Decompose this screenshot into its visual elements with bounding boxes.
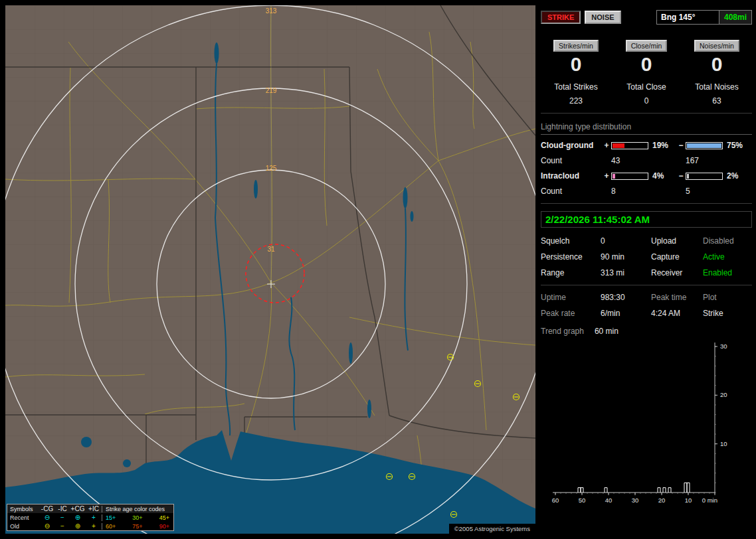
old-pos-cg-icon: ⊕: [70, 522, 86, 530]
age-15: 15+: [106, 514, 116, 521]
old-neg-ic-icon: −: [55, 522, 70, 530]
svg-text:50: 50: [579, 497, 586, 504]
total-noises-label: Total Noises: [682, 82, 752, 92]
col-pos-ic: +IC: [86, 505, 102, 512]
svg-text:20: 20: [658, 497, 666, 504]
divider: [541, 285, 752, 285]
receiver-status: Enabled: [703, 268, 752, 277]
old-pos-ic-icon: +: [86, 522, 102, 530]
minus-sign: −: [676, 141, 686, 150]
ring-label-125: 125: [266, 165, 277, 172]
close-per-min-button[interactable]: Close/min: [626, 40, 668, 52]
svg-text:10: 10: [685, 497, 692, 504]
strike-button[interactable]: STRIKE: [541, 11, 581, 24]
control-panel: STRIKE NOISE Bng 145° 408mi Strikes/min …: [541, 5, 752, 534]
capture-status: Active: [703, 252, 752, 262]
persistence-label: Persistence: [541, 252, 601, 262]
noises-per-min-value: 0: [682, 53, 752, 76]
cg-minus-gauge: [686, 142, 723, 149]
total-strikes-label: Total Strikes: [541, 82, 611, 92]
svg-text:40: 40: [605, 497, 613, 504]
lightning-map[interactable]: 313 219 125 31 Symbols -CG -IC +CG +IC S…: [5, 5, 535, 534]
old-label: Old: [10, 523, 39, 530]
recent-neg-cg-icon: ⊖: [39, 514, 55, 521]
total-close-value: 0: [611, 96, 682, 106]
ic-minus-gauge: [686, 173, 723, 180]
distribution-table: Cloud-ground + 19% − 75% Count 43 167 In…: [541, 141, 752, 196]
plot-value: Strike: [703, 309, 752, 318]
svg-text:0 min: 0 min: [702, 497, 717, 504]
plus-sign: +: [602, 171, 611, 181]
top-bar: STRIKE NOISE Bng 145° 408mi: [541, 9, 752, 25]
ic-minus-percent: 2%: [723, 171, 752, 181]
total-noises-value: 63: [682, 96, 752, 106]
ic-minus-count: 5: [686, 187, 723, 196]
ic-plus-percent: 4%: [648, 171, 676, 181]
svg-text:10: 10: [720, 440, 727, 447]
cg-plus-percent: 19%: [648, 141, 676, 150]
peak-time-value: 4:24 AM: [651, 309, 703, 318]
total-strikes-value: 223: [541, 96, 611, 106]
map-canvas: 313 219 125 31: [5, 5, 535, 534]
cg-plus-count: 43: [611, 156, 648, 165]
capture-label: Capture: [651, 252, 703, 262]
noise-button[interactable]: NOISE: [585, 11, 620, 24]
recent-pos-ic-icon: +: [86, 514, 102, 521]
total-close-label: Total Close: [611, 82, 682, 92]
legend-title: Symbols: [10, 506, 39, 512]
svg-text:30: 30: [632, 497, 639, 504]
rates-section: Strikes/min 0 Total Strikes 223 Close/mi…: [541, 40, 752, 106]
divider: [541, 203, 752, 204]
cg-minus-percent: 75%: [723, 141, 752, 150]
upload-status: Disabled: [703, 236, 752, 246]
cloud-ground-label: Cloud-ground: [541, 141, 602, 150]
age-60: 60+: [106, 523, 116, 530]
ring-label-31: 31: [267, 246, 275, 253]
old-neg-cg-icon: ⊖: [39, 522, 55, 530]
persistence-value: 90 min: [601, 252, 651, 262]
uptime-value: 983:30: [601, 293, 651, 302]
age-75: 75+: [132, 523, 142, 530]
count-label: Count: [541, 187, 602, 196]
count-label: Count: [541, 156, 602, 165]
age-45: 45+: [159, 514, 169, 521]
range-label: Range: [541, 268, 601, 277]
age-30: 30+: [132, 514, 142, 521]
symbol-legend: Symbols -CG -IC +CG +IC Strike age color…: [7, 504, 174, 531]
bearing-value: Bng 145°: [657, 11, 719, 24]
divider: [541, 113, 752, 114]
upload-label: Upload: [651, 236, 703, 246]
recent-label: Recent: [10, 514, 39, 521]
peak-time-label: Peak time: [651, 293, 703, 302]
cg-plus-gauge: [611, 142, 648, 149]
recent-neg-ic-icon: −: [55, 514, 70, 521]
squelch-label: Squelch: [541, 236, 601, 246]
ic-plus-count: 8: [611, 187, 648, 196]
svg-text:60: 60: [552, 497, 559, 504]
stats-table: Uptime 983:30 Peak time Plot Peak rate 6…: [541, 293, 752, 318]
copyright-text: ©2005 Astrogenic Systems: [449, 524, 535, 534]
close-per-min-value: 0: [611, 53, 682, 76]
noises-per-min-button[interactable]: Noises/min: [694, 40, 739, 52]
age-codes-title: Strike age color codes: [102, 506, 171, 512]
plot-label: Plot: [703, 293, 752, 302]
col-neg-ic: -IC: [55, 505, 70, 512]
trend-graph-value: 60 min: [595, 327, 618, 336]
plus-sign: +: [602, 141, 611, 150]
cg-minus-count: 167: [686, 156, 723, 165]
strikes-per-min-button[interactable]: Strikes/min: [553, 40, 599, 52]
datetime-display: 2/22/2026 11:45:02 AM: [541, 211, 752, 228]
squelch-value: 0: [601, 236, 651, 246]
ring-label-313: 313: [266, 7, 277, 15]
minus-sign: −: [676, 171, 686, 181]
distance-value: 408mi: [719, 11, 751, 24]
age-90: 90+: [159, 523, 169, 530]
settings-table: Squelch 0 Upload Disabled Persistence 90…: [541, 236, 752, 277]
intracloud-label: Intracloud: [541, 171, 602, 181]
peak-rate-label: Peak rate: [541, 309, 601, 318]
col-neg-cg: -CG: [39, 505, 55, 512]
ic-plus-gauge: [611, 173, 648, 180]
trend-graph-label: Trend graph: [541, 327, 584, 336]
peak-rate-value: 6/min: [601, 309, 651, 318]
uptime-label: Uptime: [541, 293, 601, 302]
